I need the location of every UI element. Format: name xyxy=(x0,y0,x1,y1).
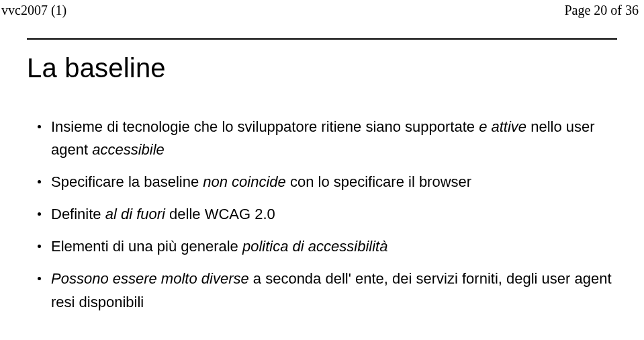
page-title: La baseline xyxy=(27,53,617,83)
list-text: Definite xyxy=(51,206,105,222)
list-text-emphasis: al di fuori xyxy=(105,206,165,222)
list-text-emphasis: Possono essere molto diverse xyxy=(51,270,249,287)
list-item: Insieme di tecnologie che lo sviluppator… xyxy=(38,116,617,161)
list-item: Specificare la baseline non coincide con… xyxy=(38,171,617,194)
bullet-list: Insieme di tecnologie che lo sviluppator… xyxy=(27,116,617,314)
list-item: Definite al di fuori delle WCAG 2.0 xyxy=(38,203,617,226)
list-text-emphasis: accessibile xyxy=(92,141,165,158)
header-right: Page 20 of 36 xyxy=(564,3,639,18)
list-item: Possono essere molto diverse a seconda d… xyxy=(38,267,617,313)
list-text: con lo specificare il browser xyxy=(286,173,471,190)
list-text-emphasis: non coincide xyxy=(203,173,286,190)
content-area: La baseline Insieme di tecnologie che lo… xyxy=(0,40,644,314)
list-item: Elementi di una più generale politica di… xyxy=(38,235,617,258)
page-header: vvc2007 (1) Page 20 of 36 xyxy=(0,0,644,19)
list-text: delle WCAG 2.0 xyxy=(165,206,275,222)
list-text: Specificare la baseline xyxy=(51,173,203,190)
header-left: vvc2007 (1) xyxy=(1,3,66,18)
list-text-emphasis: politica di accessibilità xyxy=(242,238,387,255)
list-text-emphasis: e attive xyxy=(479,118,526,135)
list-text: Elementi di una più generale xyxy=(51,238,242,255)
list-text: Insieme di tecnologie che lo sviluppator… xyxy=(51,118,479,135)
